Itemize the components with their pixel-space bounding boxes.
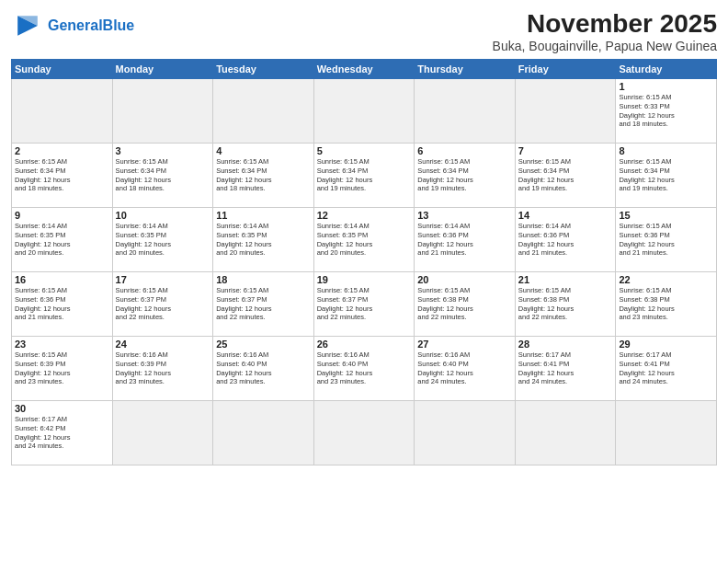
calendar-week-row: 9Sunrise: 6:14 AMSunset: 6:35 PMDaylight… — [12, 208, 717, 272]
day-info: Sunrise: 6:15 AMSunset: 6:34 PMDaylight:… — [216, 157, 311, 193]
day-number: 6 — [417, 145, 512, 156]
weekday-header: Monday — [112, 60, 213, 79]
calendar-day-cell: 5Sunrise: 6:15 AMSunset: 6:34 PMDaylight… — [313, 144, 415, 208]
calendar-day-cell — [313, 401, 415, 465]
day-number: 13 — [417, 210, 512, 221]
page: GeneralBlue November 2025 Buka, Bougainv… — [0, 0, 728, 563]
header: GeneralBlue November 2025 Buka, Bougainv… — [11, 9, 717, 53]
day-info: Sunrise: 6:15 AMSunset: 6:34 PMDaylight:… — [518, 157, 613, 193]
calendar-day-cell: 19Sunrise: 6:15 AMSunset: 6:37 PMDayligh… — [313, 272, 415, 337]
logo-icon — [11, 9, 44, 42]
day-number: 20 — [417, 274, 512, 285]
day-info: Sunrise: 6:15 AMSunset: 6:37 PMDaylight:… — [116, 286, 210, 322]
day-info: Sunrise: 6:15 AMSunset: 6:34 PMDaylight:… — [317, 157, 412, 193]
calendar-body: 1Sunrise: 6:15 AMSunset: 6:33 PMDaylight… — [12, 79, 717, 465]
day-info: Sunrise: 6:15 AMSunset: 6:36 PMDaylight:… — [619, 222, 713, 258]
logo-text: GeneralBlue — [48, 17, 134, 34]
calendar-day-cell — [213, 79, 314, 144]
day-info: Sunrise: 6:14 AMSunset: 6:36 PMDaylight:… — [518, 222, 613, 258]
weekday-header: Friday — [515, 60, 616, 79]
calendar-day-cell — [12, 79, 113, 144]
day-info: Sunrise: 6:15 AMSunset: 6:33 PMDaylight:… — [619, 93, 713, 129]
day-number: 15 — [619, 210, 713, 221]
day-info: Sunrise: 6:15 AMSunset: 6:34 PMDaylight:… — [619, 157, 713, 193]
calendar-day-cell: 25Sunrise: 6:16 AMSunset: 6:40 PMDayligh… — [213, 337, 314, 401]
day-number: 28 — [518, 339, 613, 350]
title-block: November 2025 Buka, Bougainville, Papua … — [493, 9, 717, 53]
calendar-day-cell: 4Sunrise: 6:15 AMSunset: 6:34 PMDaylight… — [213, 144, 314, 208]
day-number: 9 — [15, 210, 109, 221]
calendar-day-cell: 16Sunrise: 6:15 AMSunset: 6:36 PMDayligh… — [12, 272, 113, 337]
calendar-week-row: 2Sunrise: 6:15 AMSunset: 6:34 PMDaylight… — [12, 144, 717, 208]
calendar-day-cell: 22Sunrise: 6:15 AMSunset: 6:38 PMDayligh… — [616, 272, 717, 337]
day-info: Sunrise: 6:14 AMSunset: 6:35 PMDaylight:… — [116, 222, 210, 258]
calendar-table: SundayMondayTuesdayWednesdayThursdayFrid… — [11, 59, 717, 465]
calendar-day-cell: 28Sunrise: 6:17 AMSunset: 6:41 PMDayligh… — [515, 337, 616, 401]
day-info: Sunrise: 6:17 AMSunset: 6:42 PMDaylight:… — [15, 415, 109, 451]
calendar-day-cell: 11Sunrise: 6:14 AMSunset: 6:35 PMDayligh… — [213, 208, 314, 272]
calendar-week-row: 1Sunrise: 6:15 AMSunset: 6:33 PMDaylight… — [12, 79, 717, 144]
calendar-day-cell: 18Sunrise: 6:15 AMSunset: 6:37 PMDayligh… — [213, 272, 314, 337]
day-info: Sunrise: 6:16 AMSunset: 6:39 PMDaylight:… — [116, 350, 210, 386]
day-info: Sunrise: 6:15 AMSunset: 6:38 PMDaylight:… — [518, 286, 613, 322]
logo-general: General — [48, 17, 103, 33]
weekday-header-row: SundayMondayTuesdayWednesdayThursdayFrid… — [12, 60, 717, 79]
calendar-day-cell: 13Sunrise: 6:14 AMSunset: 6:36 PMDayligh… — [415, 208, 516, 272]
calendar-day-cell: 17Sunrise: 6:15 AMSunset: 6:37 PMDayligh… — [112, 272, 213, 337]
location-subtitle: Buka, Bougainville, Papua New Guinea — [493, 39, 717, 53]
day-info: Sunrise: 6:16 AMSunset: 6:40 PMDaylight:… — [317, 350, 412, 386]
logo-blue: Blue — [103, 17, 135, 33]
day-number: 8 — [619, 145, 713, 156]
day-info: Sunrise: 6:15 AMSunset: 6:34 PMDaylight:… — [15, 157, 109, 193]
calendar-day-cell — [616, 401, 717, 465]
day-info: Sunrise: 6:15 AMSunset: 6:38 PMDaylight:… — [619, 286, 713, 322]
calendar-header: SundayMondayTuesdayWednesdayThursdayFrid… — [12, 60, 717, 79]
calendar-day-cell — [515, 79, 616, 144]
calendar-day-cell — [415, 401, 516, 465]
calendar-day-cell: 10Sunrise: 6:14 AMSunset: 6:35 PMDayligh… — [112, 208, 213, 272]
weekday-header: Saturday — [616, 60, 717, 79]
calendar-day-cell: 1Sunrise: 6:15 AMSunset: 6:33 PMDaylight… — [616, 79, 717, 144]
calendar-day-cell: 20Sunrise: 6:15 AMSunset: 6:38 PMDayligh… — [415, 272, 516, 337]
day-number: 25 — [216, 339, 311, 350]
day-info: Sunrise: 6:15 AMSunset: 6:36 PMDaylight:… — [15, 286, 109, 322]
day-number: 23 — [15, 339, 109, 350]
day-info: Sunrise: 6:14 AMSunset: 6:35 PMDaylight:… — [317, 222, 412, 258]
calendar-day-cell — [313, 79, 415, 144]
day-number: 30 — [15, 403, 109, 414]
day-number: 26 — [317, 339, 412, 350]
calendar-day-cell — [112, 401, 213, 465]
calendar-day-cell: 2Sunrise: 6:15 AMSunset: 6:34 PMDaylight… — [12, 144, 113, 208]
day-info: Sunrise: 6:15 AMSunset: 6:39 PMDaylight:… — [15, 350, 109, 386]
day-info: Sunrise: 6:16 AMSunset: 6:40 PMDaylight:… — [216, 350, 311, 386]
weekday-header: Wednesday — [313, 60, 415, 79]
day-info: Sunrise: 6:15 AMSunset: 6:37 PMDaylight:… — [317, 286, 412, 322]
day-info: Sunrise: 6:17 AMSunset: 6:41 PMDaylight:… — [619, 350, 713, 386]
calendar-day-cell: 14Sunrise: 6:14 AMSunset: 6:36 PMDayligh… — [515, 208, 616, 272]
weekday-header: Thursday — [415, 60, 516, 79]
day-number: 19 — [317, 274, 412, 285]
day-number: 5 — [317, 145, 412, 156]
calendar-day-cell: 29Sunrise: 6:17 AMSunset: 6:41 PMDayligh… — [616, 337, 717, 401]
calendar-day-cell: 27Sunrise: 6:16 AMSunset: 6:40 PMDayligh… — [415, 337, 516, 401]
day-number: 11 — [216, 210, 311, 221]
day-number: 1 — [619, 81, 713, 92]
day-number: 10 — [116, 210, 210, 221]
day-number: 17 — [116, 274, 210, 285]
day-info: Sunrise: 6:17 AMSunset: 6:41 PMDaylight:… — [518, 350, 613, 386]
calendar-week-row: 23Sunrise: 6:15 AMSunset: 6:39 PMDayligh… — [12, 337, 717, 401]
calendar-week-row: 30Sunrise: 6:17 AMSunset: 6:42 PMDayligh… — [12, 401, 717, 465]
calendar-day-cell: 3Sunrise: 6:15 AMSunset: 6:34 PMDaylight… — [112, 144, 213, 208]
day-info: Sunrise: 6:14 AMSunset: 6:35 PMDaylight:… — [15, 222, 109, 258]
calendar-day-cell: 9Sunrise: 6:14 AMSunset: 6:35 PMDaylight… — [12, 208, 113, 272]
day-number: 21 — [518, 274, 613, 285]
calendar-day-cell: 15Sunrise: 6:15 AMSunset: 6:36 PMDayligh… — [616, 208, 717, 272]
calendar-day-cell — [112, 79, 213, 144]
day-number: 3 — [116, 145, 210, 156]
day-number: 24 — [116, 339, 210, 350]
day-number: 4 — [216, 145, 311, 156]
day-number: 16 — [15, 274, 109, 285]
month-year-title: November 2025 — [493, 9, 717, 39]
day-info: Sunrise: 6:14 AMSunset: 6:36 PMDaylight:… — [417, 222, 512, 258]
day-number: 22 — [619, 274, 713, 285]
